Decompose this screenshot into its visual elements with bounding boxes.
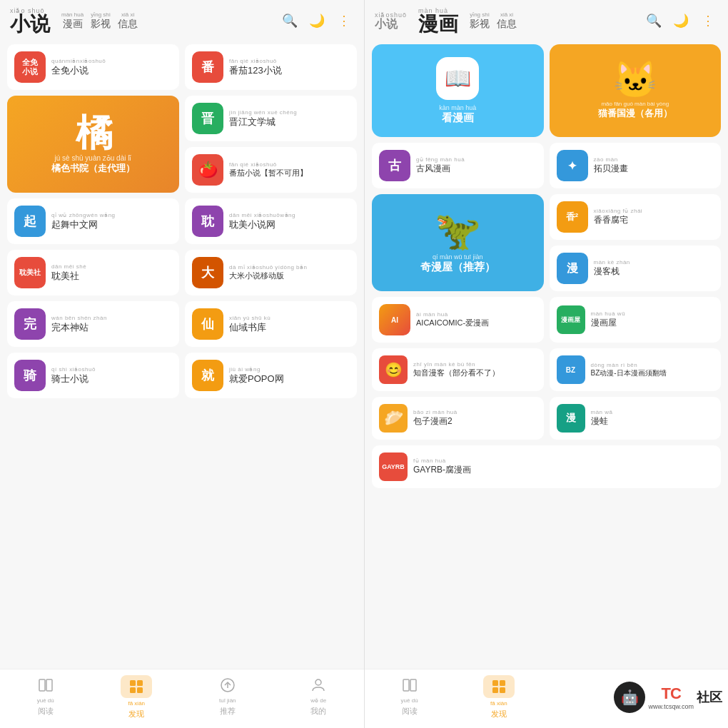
site-kanmanhua[interactable]: 📖 kàn màn huà 看漫画 <box>372 44 544 137</box>
site-qishi[interactable]: 骑 qí shì xiǎoshuō 骑士小说 <box>7 353 179 398</box>
left-nav-xinxi-py: xiā xi <box>121 11 134 18</box>
right-header-actions: 🔍 🌙 ⋮ <box>644 11 718 31</box>
site-danmei[interactable]: 耽 dān měi xiǎoshuōwǎng 耽美小说网 <box>185 198 357 244</box>
svg-point-8 <box>315 679 321 685</box>
nav-read-right[interactable]: yuè dú 阅读 <box>365 675 454 719</box>
right-nav-xinxi[interactable]: xiā xi 信息 <box>497 11 517 31</box>
left-row3: 起 qǐ wǔ zhōngwén wǎng 起舞中文网 耽 dān měi xi… <box>7 198 357 244</box>
left-header-actions: 🔍 🌙 ⋮ <box>280 11 354 31</box>
site-baozi[interactable]: 🥟 bāo zi màn huà 包子漫画2 <box>372 397 544 440</box>
site-danmeishe-info: dān měi shè 耽美社 <box>51 263 86 283</box>
featured-big-text: 橘 <box>76 114 111 151</box>
read-icon-right <box>400 675 420 695</box>
site-fanqie-info: fān qié xiǎoshuō 番茄123小说 <box>229 58 282 77</box>
left-title-xiaoshuo[interactable]: xiǎo shuō 小说 <box>10 7 50 34</box>
left-nav-yingshi[interactable]: yǐng shì 影视 <box>91 11 111 31</box>
featured-pinyin: jú sè shū yuàn zǒu dài lǐ <box>55 154 132 162</box>
site-jinjian-info: jìn jiāng wén xué chéng 晋江文学城 <box>229 109 297 128</box>
left-panel: xiǎo shuō 小说 màn huà 漫画 yǐng shì 影视 xiā … <box>0 0 364 728</box>
site-manhuawu[interactable]: 漫画屋 màn huà wū 漫画屋 <box>550 297 722 343</box>
right-title-xiaoshuo[interactable]: xiǎoshuō 小说 <box>375 11 407 30</box>
nav-discover-right[interactable]: fā xiàn 发现 <box>454 675 543 719</box>
manga-row3: 🦖 qí màn wū tuī jiàn 奇漫屋（推荐） 香² xiāoxiān… <box>372 194 721 291</box>
site-gufeng[interactable]: 古 gǔ fēng màn huà 古风漫画 <box>372 143 544 188</box>
watermark-area: 🤖 TC www.tcsqw.com 社区 <box>544 675 729 719</box>
right-search-icon[interactable]: 🔍 <box>644 11 664 31</box>
site-wanben-icon: 完 <box>14 308 46 340</box>
kanmanhua-name: 看漫画 <box>442 111 474 125</box>
right-panel: xiǎoshuō 小说 màn huà 漫画 yǐng shì 影视 xiā x… <box>364 0 728 728</box>
gufeng-info: gǔ fēng màn huà 古风漫画 <box>416 156 465 175</box>
right-nav-yingshi[interactable]: yǐng shì 影视 <box>470 11 490 31</box>
site-jinjian[interactable]: 晋 jìn jiāng wén xué chéng 晋江文学城 <box>185 96 357 141</box>
site-bzdongman[interactable]: BZ dòng màn rì běn BZ动漫-日本漫画须翻墙 <box>550 348 722 391</box>
site-fanqie2-info: fān qié xiǎoshuō 番茄小说【暂不可用】 <box>229 161 308 178</box>
featured-orange[interactable]: 橘 jú sè shū yuàn zǒu dài lǐ 橘色书院（走代理） <box>7 96 179 193</box>
svg-rect-2 <box>130 680 136 686</box>
site-tuibei[interactable]: ✦ zào màn 拓贝漫畫 <box>550 143 722 188</box>
manga-row7: GAYRB fǔ màn huà GAYRB-腐漫画 <box>372 445 721 488</box>
svg-rect-4 <box>130 687 136 693</box>
manhuawu-icon: 漫画屋 <box>557 305 585 334</box>
left-nav-xinxi[interactable]: xiā xi 信息 <box>118 11 138 31</box>
mankezhan-icon: 漫 <box>557 253 588 284</box>
site-fanqie2[interactable]: 🍅 fān qié xiǎoshuō 番茄小说【暂不可用】 <box>185 147 357 193</box>
moon-icon[interactable]: 🌙 <box>307 11 327 31</box>
watermark-community: 社区 <box>697 689 722 706</box>
site-manwa[interactable]: 漫 màn wā 漫蛙 <box>550 397 722 440</box>
read-icon-left <box>36 675 56 695</box>
site-fanqie[interactable]: 番 fān qié xiǎoshuō 番茄123小说 <box>185 44 357 90</box>
left-row6: 骑 qí shì xiǎoshuō 骑士小说 就 jiù ài wǎng 就爱P… <box>7 353 357 398</box>
search-icon[interactable]: 🔍 <box>280 11 300 31</box>
right-nav: yǐng shì 影视 xiā xi 信息 <box>470 11 517 31</box>
site-gayrb[interactable]: GAYRB fǔ màn huà GAYRB-腐漫画 <box>372 445 721 488</box>
site-dami-info: dà mǐ xiǎoshuō yídòng bǎn 大米小说移动版 <box>229 264 307 281</box>
bzdongman-info: dòng màn rì běn BZ动漫-日本漫画须翻墙 <box>591 362 667 378</box>
left-nav-manhua[interactable]: màn huà 漫画 <box>61 11 84 31</box>
left-nav-manhua-py: màn huà <box>61 11 84 18</box>
site-quanmian-info: quánmiǎnxiǎoshuō 全免小说 <box>51 58 106 77</box>
featured-sub: 橘色书院（走代理） <box>51 162 135 175</box>
svg-rect-5 <box>137 687 143 693</box>
site-dami-icon: 大 <box>192 257 223 288</box>
site-qiwu-info: qǐ wǔ zhōngwén wǎng 起舞中文网 <box>51 212 116 231</box>
site-danmei-icon: 耽 <box>192 206 223 237</box>
discover-icon-bg-right <box>483 675 515 698</box>
site-wanben[interactable]: 完 wán běn shén zhàn 完本神站 <box>7 301 179 347</box>
site-aicaicomic[interactable]: AI ài màn huà AICAICOMIC-爱漫画 <box>372 297 544 343</box>
site-fanqie2-icon: 🍅 <box>192 154 223 186</box>
site-mankezhan[interactable]: 漫 màn kè zhàn 漫客栈 <box>550 246 722 291</box>
site-dami[interactable]: 大 dà mǐ xiǎoshuō yídòng bǎn 大米小说移动版 <box>185 250 357 295</box>
site-jiuai[interactable]: 就 jiù ài wǎng 就爱POPO网 <box>185 353 357 398</box>
right-title-manhua[interactable]: màn huà 漫画 <box>418 7 458 34</box>
site-zhiyin[interactable]: 😊 zhī yīn màn kè bù fēn 知音漫客（部分看不了） <box>372 348 544 391</box>
right-moon-icon[interactable]: 🌙 <box>671 11 691 31</box>
svg-rect-10 <box>410 679 416 691</box>
nav-recommend-left[interactable]: tuī jiàn 推荐 <box>182 675 273 719</box>
more-icon[interactable]: ⋮ <box>334 11 354 31</box>
aicaicomic-icon: AI <box>379 304 410 335</box>
nav-mine-left[interactable]: wǒ de 我的 <box>273 675 365 719</box>
mine-icon-left <box>308 675 328 695</box>
mankezhan-info: màn kè zhàn 漫客栈 <box>594 259 630 278</box>
nav-discover-left[interactable]: fā xiàn 发现 <box>91 675 183 719</box>
site-wanben-info: wán běn shén zhàn 完本神站 <box>51 315 107 334</box>
site-xiangxiang[interactable]: 香² xiāoxiāng fǔ zhái 香香腐宅 <box>550 194 722 240</box>
right-more-icon[interactable]: ⋮ <box>698 11 718 31</box>
site-qimanwu[interactable]: 🦖 qí màn wū tuī jiàn 奇漫屋（推荐） <box>372 194 544 291</box>
zhiyin-icon: 😊 <box>379 355 408 384</box>
site-maofanguo[interactable]: 🐱 māo fān guó màn bài yòng 猫番国漫（各用） <box>550 44 722 137</box>
manga-row5: 😊 zhī yīn màn kè bù fēn 知音漫客（部分看不了） BZ d… <box>372 348 721 391</box>
site-danmeishe[interactable]: 耽美社 dān měi shè 耽美社 <box>7 250 179 295</box>
nav-read-left[interactable]: yuè dú 阅读 <box>0 675 91 719</box>
site-jiuai-icon: 就 <box>192 360 223 391</box>
qimanwu-name: 奇漫屋（推荐） <box>420 261 495 274</box>
svg-rect-14 <box>500 687 505 693</box>
watermark-robot: 🤖 <box>614 682 645 713</box>
site-jinjian-icon: 晋 <box>192 103 223 134</box>
svg-rect-1 <box>46 679 52 691</box>
site-xiancheng[interactable]: 仙 xiān yù shū kù 仙域书库 <box>185 301 357 347</box>
site-qiwu[interactable]: 起 qǐ wǔ zhōngwén wǎng 起舞中文网 <box>7 198 179 244</box>
site-quanmian[interactable]: 全免小说 quánmiǎnxiǎoshuō 全免小说 <box>7 44 179 90</box>
zhiyin-info: zhī yīn màn kè bù fēn 知音漫客（部分看不了） <box>413 361 500 378</box>
